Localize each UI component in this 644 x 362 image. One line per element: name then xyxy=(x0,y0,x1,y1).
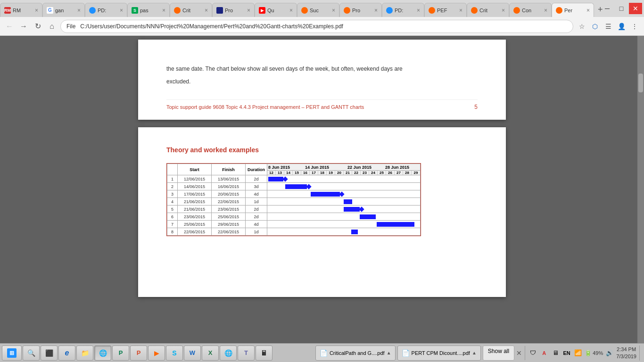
tab-close-qu[interactable]: × xyxy=(289,7,293,14)
taskbar-media-player[interactable]: ▶ xyxy=(148,346,165,361)
refresh-button[interactable]: ↻ xyxy=(32,21,43,32)
tab-con[interactable]: Con × xyxy=(509,3,552,17)
tab-pd1[interactable]: PD: × xyxy=(85,3,127,17)
system-clock[interactable]: 2:34 PM 7/3/2019 xyxy=(616,346,636,360)
tab-close-rm[interactable]: × xyxy=(35,7,38,14)
gantt-row-2: 2 14/06/2015 16/06/2015 3d xyxy=(167,183,421,190)
date-num-24: 24 xyxy=(369,171,378,175)
taskbar-calculator[interactable]: 🖩 xyxy=(256,346,272,361)
extension-icon1[interactable]: ⬡ xyxy=(589,21,601,32)
wifi-tray-icon[interactable]: 📶 xyxy=(573,348,583,358)
date-num-14: 14 xyxy=(284,171,293,175)
close-button[interactable]: ✕ xyxy=(629,3,642,14)
tab-close-pef[interactable]: × xyxy=(459,7,462,14)
gantt-table: Start Finish Duration 8 Jun 2015 14 Jun … xyxy=(167,164,421,236)
show-desktop-button[interactable] xyxy=(639,346,642,361)
tab-close-con[interactable]: × xyxy=(544,7,547,14)
back-button[interactable]: ← xyxy=(4,21,15,32)
tab-close-pd1[interactable]: × xyxy=(120,7,123,14)
volume-icon[interactable]: 🔊 xyxy=(605,348,614,358)
tab-close-pas[interactable]: × xyxy=(162,7,165,14)
tab-crit2[interactable]: Crit × xyxy=(467,3,509,17)
taskbar-task-view[interactable]: ⬛ xyxy=(41,346,58,361)
tab-close-pro1[interactable]: × xyxy=(247,7,250,14)
tab-close-crit2[interactable]: × xyxy=(502,7,505,14)
taskbar-teams[interactable]: T xyxy=(238,346,255,361)
taskbar-separator xyxy=(525,346,525,360)
tab-close-gan[interactable]: × xyxy=(77,7,81,14)
taskbar-publisher[interactable]: P xyxy=(112,346,129,361)
taskbar-chrome[interactable]: 🌐 xyxy=(94,346,111,361)
gantt-cell-finish-2: 16/06/2015 xyxy=(212,183,246,190)
scrollbar-thumb[interactable] xyxy=(638,74,643,92)
tab-label-per: Per xyxy=(564,8,585,13)
tab-pas[interactable]: S pas × xyxy=(127,3,170,17)
scrollbar-track[interactable] xyxy=(637,36,644,343)
download-chevron-2[interactable]: ▲ xyxy=(472,350,477,355)
tab-favicon-qu: ▶ xyxy=(259,7,265,14)
download-chevron-1[interactable]: ▲ xyxy=(387,350,391,355)
taskbar-download-1[interactable]: 📄 CriticalPath and G....pdf ▲ xyxy=(315,346,396,361)
minimize-button[interactable]: ─ xyxy=(601,3,614,14)
address-input[interactable] xyxy=(60,20,573,33)
antivirus-tray-icon[interactable]: A xyxy=(539,348,549,358)
forward-button[interactable]: → xyxy=(18,21,29,32)
taskbar-skype[interactable]: S xyxy=(166,346,183,361)
pdf-viewer[interactable]: the same date. The chart below show all … xyxy=(0,36,644,343)
taskbar-file-explorer[interactable]: 📁 xyxy=(76,346,93,361)
taskbar-ie[interactable]: e xyxy=(58,346,75,361)
battery-percentage: 49% xyxy=(593,350,603,356)
tab-per[interactable]: Per × xyxy=(552,3,594,17)
taskbar-chrome2[interactable]: 🌐 xyxy=(220,346,237,361)
maximize-button[interactable]: □ xyxy=(615,3,628,14)
menu-button[interactable]: ⋮ xyxy=(629,21,640,32)
account-icon[interactable]: 👤 xyxy=(616,21,627,32)
taskbar-powerpoint[interactable]: P xyxy=(130,346,147,361)
tab-crit1[interactable]: Crit × xyxy=(170,3,212,17)
taskbar-excel[interactable]: X xyxy=(202,346,219,361)
clock-date: 7/3/2019 xyxy=(616,353,636,360)
tab-pro1[interactable]: Pro × xyxy=(212,3,255,17)
date-num-19: 19 xyxy=(327,171,335,175)
bookmark-icon[interactable]: ☆ xyxy=(576,21,587,32)
window-controls: ─ □ ✕ xyxy=(601,0,644,17)
gantt-cell-finish-3: 20/06/2015 xyxy=(212,190,246,198)
tab-close-pro2[interactable]: × xyxy=(374,7,378,14)
start-button[interactable]: ⊞ xyxy=(2,346,22,361)
gantt-bar-cell-3 xyxy=(267,190,421,198)
tab-close-per[interactable]: × xyxy=(586,7,590,14)
security-tray-icon[interactable]: 🛡 xyxy=(528,348,537,358)
gantt-bar-2 xyxy=(285,184,307,189)
tab-favicon-pro1 xyxy=(216,7,223,14)
language-tray-icon[interactable]: EN xyxy=(562,348,571,358)
tab-suc[interactable]: Suc × xyxy=(297,3,339,17)
extension-icon2[interactable]: ☰ xyxy=(603,21,614,32)
tab-favicon-gan: G xyxy=(47,7,53,14)
tab-favicon-pd2 xyxy=(386,7,393,14)
tab-rm[interactable]: RM RM × xyxy=(0,3,42,17)
taskbar-search[interactable]: 🔍 xyxy=(23,346,40,361)
gantt-cell-finish-6: 25/06/2015 xyxy=(212,213,246,221)
taskbar-download-2[interactable]: 📄 PERT CPM Dicount....pdf ▲ xyxy=(397,346,481,361)
home-button[interactable]: ⌂ xyxy=(46,21,58,32)
gantt-cell-id-1: 1 xyxy=(167,175,178,183)
gantt-bar-cell-1 xyxy=(267,175,421,183)
tab-pef[interactable]: PEF × xyxy=(424,3,467,17)
gantt-cell-start-3: 17/06/2015 xyxy=(178,190,212,198)
address-bar: ← → ↻ ⌂ ☆ ⬡ ☰ 👤 ⋮ xyxy=(0,17,644,36)
gantt-bar-8 xyxy=(351,230,358,234)
tab-close-crit1[interactable]: × xyxy=(205,7,208,14)
show-all-button[interactable]: Show all xyxy=(483,346,514,361)
gantt-bar-cell-2 xyxy=(267,183,421,190)
tab-close-suc[interactable]: × xyxy=(332,7,335,14)
tab-gan[interactable]: G gan × xyxy=(42,3,85,17)
taskbar-word[interactable]: W xyxy=(184,346,201,361)
tab-pd2[interactable]: PD: × xyxy=(382,3,424,17)
tab-qu[interactable]: ▶ Qu × xyxy=(255,3,297,17)
download-label-1: CriticalPath and G....pdf xyxy=(330,350,385,356)
network-tray-icon[interactable]: 🖥 xyxy=(551,348,560,358)
tab-close-pd2[interactable]: × xyxy=(417,7,420,14)
download-bar-close[interactable]: ✕ xyxy=(516,349,522,357)
tab-pro2[interactable]: Pro × xyxy=(339,3,382,17)
date-num-12: 12 xyxy=(267,171,276,175)
